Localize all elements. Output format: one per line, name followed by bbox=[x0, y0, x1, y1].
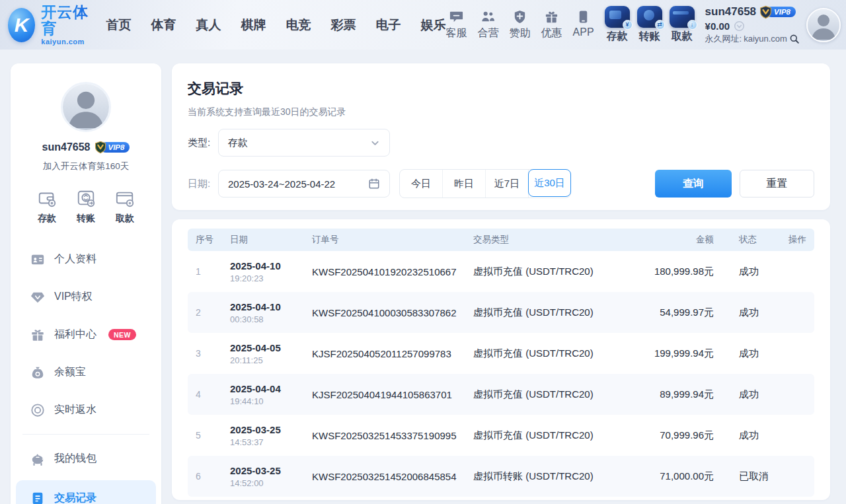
date-range-input[interactable]: 2025-03-24~2025-04-22 bbox=[218, 170, 390, 198]
sidebar-item-rebate[interactable]: 实时返水 bbox=[11, 391, 161, 429]
nav-item-chess[interactable]: 棋牌 bbox=[241, 17, 266, 34]
header-withdraw-label: 取款 bbox=[672, 30, 693, 44]
profile-avatar[interactable] bbox=[61, 82, 111, 132]
app-download-button[interactable]: APP bbox=[573, 9, 594, 40]
joined-days-text: 加入开云体育第160天 bbox=[11, 161, 161, 172]
promo-button[interactable]: 优惠 bbox=[541, 9, 562, 40]
header-withdraw-button[interactable]: ↓ 取款 bbox=[670, 6, 695, 44]
refresh-balance-icon[interactable] bbox=[734, 20, 745, 32]
sidebar: sun47658 VIP8 加入开云体育第160天 存款 转账 bbox=[11, 63, 161, 504]
quick-deposit-button[interactable]: 存款 bbox=[37, 188, 57, 225]
transactions-icon bbox=[30, 491, 45, 504]
customer-service-label: 客服 bbox=[446, 26, 467, 40]
profile-section: sun47658 VIP8 加入开云体育第160天 bbox=[11, 63, 161, 172]
sidebar-item-transactions[interactable]: 交易记录 bbox=[16, 480, 156, 504]
range-30days-button[interactable]: 近30日 bbox=[528, 169, 571, 197]
deposit-icon: ¥ bbox=[605, 6, 630, 28]
avatar[interactable] bbox=[806, 8, 841, 42]
row-amount: 89,999.94元 bbox=[634, 388, 714, 401]
col-amount: 金额 bbox=[634, 234, 714, 246]
sidebar-item-yuebao-label: 余额宝 bbox=[54, 365, 86, 379]
row-amount: 71,000.00元 bbox=[634, 470, 714, 483]
sidebar-item-profile[interactable]: 个人资料 bbox=[11, 240, 161, 278]
date-label: 日期: bbox=[188, 178, 218, 190]
row-date: 2025-03-25 14:53:37 bbox=[222, 424, 304, 447]
quick-transfer-button[interactable]: 转账 bbox=[76, 188, 96, 225]
transfer-icon: ⇄ bbox=[637, 6, 662, 28]
sidebar-item-welfare-label: 福利中心 bbox=[54, 328, 96, 342]
row-type: 虚拟币充值 (USDT/TRC20) bbox=[465, 388, 634, 401]
type-select[interactable]: 存款 bbox=[218, 129, 390, 157]
brand-domain: kaiyun.com bbox=[41, 38, 91, 46]
col-status: 状态 bbox=[714, 234, 777, 246]
row-index: 6 bbox=[188, 471, 222, 482]
row-type: 虚拟币转账 (USDT/TRC20) bbox=[465, 470, 634, 483]
row-type: 虚拟币充值 (USDT/TRC20) bbox=[465, 266, 634, 278]
logo-monogram-icon: K bbox=[8, 8, 35, 42]
welfare-gift-icon bbox=[30, 328, 45, 342]
quick-transfer-label: 转账 bbox=[77, 213, 95, 225]
range-today-button[interactable]: 今日 bbox=[400, 170, 443, 198]
rebate-icon bbox=[30, 403, 45, 417]
table-row: 5 2025-03-25 14:53:37 KWSF20250325145337… bbox=[188, 415, 814, 456]
partner-icon bbox=[481, 9, 496, 24]
row-index: 2 bbox=[188, 307, 222, 318]
range-yesterday-button[interactable]: 昨日 bbox=[443, 170, 486, 198]
profile-vip-badge: VIP8 bbox=[94, 141, 130, 154]
search-button[interactable]: 查询 bbox=[655, 170, 732, 198]
sidebar-item-yuebao[interactable]: 余额宝 bbox=[11, 353, 161, 391]
sidebar-item-welfare[interactable]: 福利中心 NEW bbox=[11, 316, 161, 353]
app-label: APP bbox=[573, 26, 594, 38]
col-index: 序号 bbox=[188, 234, 222, 246]
type-select-value: 存款 bbox=[228, 137, 370, 149]
nav-item-live-casino[interactable]: 真人 bbox=[196, 17, 221, 34]
sidebar-item-wallet[interactable]: 我的钱包 bbox=[11, 440, 161, 478]
vip-badge: VIP8 bbox=[759, 5, 796, 19]
withdraw-card-icon bbox=[115, 188, 135, 208]
nav-item-sports[interactable]: 体育 bbox=[151, 17, 176, 34]
nav-item-esports[interactable]: 电竞 bbox=[286, 17, 311, 34]
row-order-no: KWSF202503251453375190995 bbox=[304, 430, 465, 441]
quick-deposit-label: 存款 bbox=[38, 213, 56, 225]
table-row: 3 2025-04-05 20:11:25 KJSF20250405201125… bbox=[188, 333, 814, 374]
promo-label: 优惠 bbox=[541, 26, 562, 40]
main-nav: 首页 体育 真人 棋牌 电竞 彩票 电子 娱乐 bbox=[106, 17, 446, 34]
row-order-no: KWSF202503251452006845854 bbox=[304, 471, 465, 482]
transactions-table-card: 序号 日期 订单号 交易类型 金额 状态 操作 1 2025-04-10 19:… bbox=[172, 219, 830, 500]
range-7days-button[interactable]: 近7日 bbox=[486, 170, 529, 198]
customer-service-icon bbox=[449, 9, 464, 24]
nav-item-slots[interactable]: 电子 bbox=[376, 17, 401, 34]
search-icon[interactable] bbox=[789, 34, 800, 44]
col-type: 交易类型 bbox=[465, 234, 634, 246]
row-amount: 199,999.94元 bbox=[634, 347, 714, 360]
site-url-label: 永久网址: bbox=[705, 33, 742, 45]
header-utility-group: 客服 合营 赞助 优惠 APP bbox=[446, 9, 594, 40]
filter-card: 交易记录 当前系统支持查询最近30日的交易记录 类型: 存款 日期: 2025-… bbox=[172, 63, 830, 210]
header-deposit-button[interactable]: ¥ 存款 bbox=[605, 6, 630, 44]
sidebar-item-transactions-label: 交易记录 bbox=[54, 491, 96, 504]
row-date: 2025-04-05 20:11:25 bbox=[222, 342, 304, 365]
nav-item-lottery[interactable]: 彩票 bbox=[331, 17, 356, 34]
calendar-icon bbox=[368, 178, 380, 190]
withdraw-icon: ↓ bbox=[670, 6, 695, 28]
piggy-wallet-icon bbox=[30, 452, 45, 466]
header-transfer-button[interactable]: ⇄ 转账 bbox=[637, 6, 662, 44]
row-amount: 70,999.96元 bbox=[634, 429, 714, 442]
nav-item-entertainment[interactable]: 娱乐 bbox=[421, 17, 446, 34]
reset-button[interactable]: 重置 bbox=[740, 170, 814, 198]
header-deposit-label: 存款 bbox=[607, 30, 628, 44]
row-status: 成功 bbox=[714, 429, 777, 442]
vip-shield-icon bbox=[94, 141, 107, 154]
quick-range-group: 今日 昨日 近7日 近30日 bbox=[399, 169, 571, 198]
sidebar-item-rebate-label: 实时返水 bbox=[54, 403, 96, 417]
partner-button[interactable]: 合营 bbox=[478, 9, 499, 40]
kaiyun-logo[interactable]: K 开云体育 kaiyun.com bbox=[8, 4, 92, 45]
customer-service-button[interactable]: 客服 bbox=[446, 9, 467, 40]
sponsor-button[interactable]: 赞助 bbox=[510, 9, 531, 40]
sidebar-item-wallet-label: 我的钱包 bbox=[54, 452, 96, 466]
sidebar-item-vip[interactable]: VIP特权 bbox=[11, 278, 161, 316]
partner-label: 合营 bbox=[478, 26, 499, 40]
site-url: kaiyun.com bbox=[744, 34, 787, 44]
quick-withdraw-button[interactable]: 取款 bbox=[115, 188, 135, 225]
nav-item-home[interactable]: 首页 bbox=[106, 17, 132, 34]
